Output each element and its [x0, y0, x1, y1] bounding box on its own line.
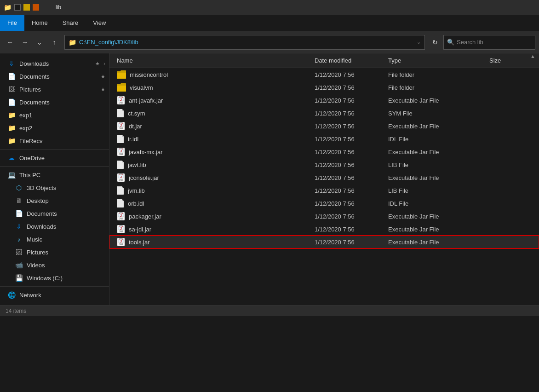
up-button[interactable]: ↑ [48, 36, 61, 49]
sidebar-item-3dobjects[interactable]: ⬡ 3D Objects [0, 181, 109, 194]
menu-share[interactable]: Share [55, 15, 86, 31]
sidebar-item-windows-c[interactable]: 💾 Windows (C:) [0, 271, 109, 284]
menu-bar: File Home Share View [0, 15, 539, 31]
col-header-size[interactable]: Size [486, 57, 535, 64]
file-cell-date-13: 1/12/2020 7:56 [311, 239, 384, 246]
file-cell-name-4: J JAR dt.jar [113, 122, 311, 130]
status-item-count: 14 items [6, 308, 26, 314]
menu-view[interactable]: View [86, 15, 113, 31]
sidebar-label-exp2: exp2 [19, 125, 105, 132]
file-cell-type-12: Executable Jar File [384, 226, 486, 233]
title-icon-3 [33, 4, 39, 11]
sidebar-item-music[interactable]: ♪ Music [0, 233, 109, 246]
table-row[interactable]: ct.sym 1/12/2020 7:56 SYM File [109, 107, 539, 120]
nav-bar: ← → ⌄ ↑ 📁 C:\EN_config\JDK8\lib ⌄ ↻ 🔍 [0, 31, 539, 53]
sidebar-item-downloads-pc[interactable]: ⇓ Downloads [0, 220, 109, 233]
col-header-type[interactable]: Type [384, 57, 486, 64]
table-row[interactable]: jawt.lib 1/12/2020 7:56 LIB File [109, 158, 539, 171]
address-dropdown-icon[interactable]: ⌄ [417, 39, 421, 45]
col-header-date[interactable]: Date modified [311, 57, 384, 64]
refresh-button[interactable]: ↻ [429, 36, 442, 49]
file-cell-type-3: SYM File [384, 110, 486, 117]
recent-button[interactable]: ⌄ [33, 36, 46, 49]
table-row[interactable]: J JAR tools.jar 1/12/2020 7:56 Executabl… [109, 236, 539, 248]
file-name-3: ct.sym [128, 110, 145, 117]
file-name-0: missioncontrol [130, 71, 168, 78]
sidebar-item-thispc[interactable]: 💻 This PC [0, 168, 109, 181]
exp1-icon: 📁 [7, 111, 16, 119]
forward-button[interactable]: → [18, 36, 31, 49]
file-cell-name-8: J JAR jconsole.jar [113, 173, 311, 182]
sidebar-item-onedrive[interactable]: ☁ OneDrive [0, 151, 109, 164]
svg-text:JAR: JAR [119, 243, 123, 246]
address-text: C:\EN_config\JDK8\lib [79, 39, 414, 46]
file-cell-type-6: Executable Jar File [384, 149, 486, 156]
table-row[interactable]: missioncontrol 1/12/2020 7:56 File folde… [109, 68, 539, 81]
file-cell-date-2: 1/12/2020 7:56 [311, 97, 384, 104]
sidebar-label-windows-c: Windows (C:) [27, 275, 105, 282]
documents-icon: 📄 [7, 72, 16, 81]
svg-text:JAR: JAR [119, 230, 123, 233]
table-row[interactable]: jvm.lib 1/12/2020 7:56 LIB File [109, 184, 539, 197]
sidebar-label-music: Music [27, 236, 105, 243]
table-row[interactable]: orb.idl 1/12/2020 7:56 IDL File [109, 197, 539, 210]
sidebar-item-documents2[interactable]: 📄 Documents [0, 96, 109, 109]
jar-icon: J JAR [117, 173, 125, 182]
sidebar-item-documents-pinned[interactable]: 📄 Documents ★ [0, 70, 109, 83]
col-header-name[interactable]: Name [113, 57, 311, 64]
title-icon-2 [23, 4, 30, 11]
file-headers: ▲ Name Date modified Type Size [109, 53, 539, 68]
table-row[interactable]: J JAR sa-jdi.jar 1/12/2020 7:56 Executab… [109, 223, 539, 236]
file-cell-date-6: 1/12/2020 7:56 [311, 149, 384, 156]
search-container: 🔍 [443, 35, 535, 50]
scroll-up-icon[interactable]: ▲ [530, 53, 535, 59]
videos-icon: 📹 [15, 261, 23, 269]
sidebar-item-exp2[interactable]: 📁 exp2 [0, 121, 109, 134]
sidebar-item-videos[interactable]: 📹 Videos [0, 259, 109, 271]
onedrive-icon: ☁ [7, 154, 16, 162]
table-row[interactable]: J JAR packager.jar 1/12/2020 7:56 Execut… [109, 210, 539, 223]
file-cell-date-4: 1/12/2020 7:56 [311, 123, 384, 130]
sidebar-item-network[interactable]: 🌐 Network [0, 288, 109, 301]
body-container: ⇓ Downloads ★ › 📄 Documents ★ 🖼 Pictures… [0, 53, 539, 305]
3dobjects-icon: ⬡ [15, 184, 23, 192]
sidebar-item-pictures-pc[interactable]: 🖼 Pictures [0, 246, 109, 259]
filerecv-icon: 📁 [7, 137, 16, 145]
file-list: missioncontrol 1/12/2020 7:56 File folde… [109, 68, 539, 305]
file-cell-name-1: visualvm [113, 83, 311, 92]
title-text: lib [56, 4, 61, 11]
sidebar-item-pictures-pinned[interactable]: 🖼 Pictures ★ [0, 83, 109, 96]
title-icon-box: 📁 [4, 4, 11, 11]
menu-file[interactable]: File [0, 15, 24, 31]
sidebar-item-documents-pc[interactable]: 📄 Documents [0, 207, 109, 220]
sidebar-divider-1 [0, 149, 109, 150]
sidebar: ⇓ Downloads ★ › 📄 Documents ★ 🖼 Pictures… [0, 53, 109, 305]
table-row[interactable]: ir.idl 1/12/2020 7:56 IDL File [109, 133, 539, 145]
sidebar-label-documents-pinned: Documents [19, 73, 97, 80]
sidebar-item-filerecv[interactable]: 📁 FileRecv [0, 134, 109, 147]
sidebar-item-exp1[interactable]: 📁 exp1 [0, 109, 109, 121]
sidebar-label-pictures-pinned: Pictures [19, 86, 97, 93]
table-row[interactable]: visualvm 1/12/2020 7:56 File folder [109, 81, 539, 94]
table-row[interactable]: J JAR dt.jar 1/12/2020 7:56 Executable J… [109, 120, 539, 133]
svg-text:JAR: JAR [119, 127, 123, 130]
table-row[interactable]: J JAR jconsole.jar 1/12/2020 7:56 Execut… [109, 171, 539, 184]
sidebar-item-desktop[interactable]: 🖥 Desktop [0, 194, 109, 207]
file-cell-type-9: LIB File [384, 187, 486, 194]
sidebar-label-filerecv: FileRecv [19, 138, 105, 144]
pin-icon-2: ★ [101, 74, 105, 80]
music-icon: ♪ [15, 235, 23, 243]
back-button[interactable]: ← [4, 36, 17, 49]
search-input[interactable] [443, 35, 535, 50]
address-bar[interactable]: 📁 C:\EN_config\JDK8\lib ⌄ [64, 35, 425, 50]
svg-text:J: J [120, 124, 122, 127]
sidebar-item-downloads-pinned[interactable]: ⇓ Downloads ★ › [0, 57, 109, 70]
svg-text:J: J [120, 150, 122, 153]
jar-icon: J JAR [117, 122, 125, 130]
folder-icon [117, 70, 126, 79]
file-cell-date-5: 1/12/2020 7:56 [311, 136, 384, 143]
table-row[interactable]: J JAR javafx-mx.jar 1/12/2020 7:56 Execu… [109, 145, 539, 158]
table-row[interactable]: J JAR ant-javafx.jar 1/12/2020 7:56 Exec… [109, 94, 539, 107]
menu-home[interactable]: Home [24, 15, 55, 31]
thispc-icon: 💻 [7, 171, 16, 179]
